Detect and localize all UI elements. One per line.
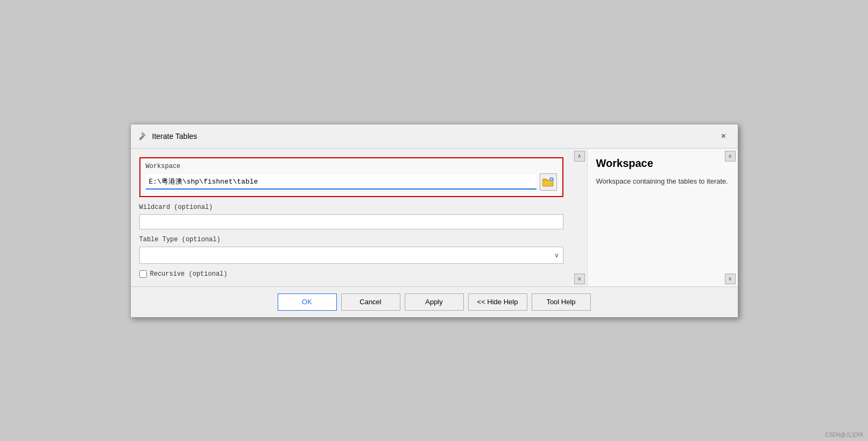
close-button[interactable]: × <box>716 129 731 144</box>
scroll-down-button[interactable]: ∨ <box>574 274 585 284</box>
help-panel: ∧ Workspace Workspace containing the tab… <box>587 149 738 286</box>
recursive-checkbox[interactable] <box>139 270 147 278</box>
tool-icon <box>137 131 148 142</box>
dialog-title: Iterate Tables <box>152 132 197 141</box>
cancel-button[interactable]: Cancel <box>341 293 400 311</box>
wildcard-section: Wildcard (optional) <box>139 204 563 229</box>
scroll-up-button[interactable]: ∧ <box>574 151 585 162</box>
tool-help-button[interactable]: Tool Help <box>532 293 591 311</box>
svg-rect-1 <box>140 132 145 137</box>
help-scroll-up-button[interactable]: ∧ <box>725 151 736 162</box>
iterate-tables-dialog: Iterate Tables × ∧ Workspace <box>130 124 738 318</box>
workspace-input-row <box>146 173 557 191</box>
help-text: Workspace containing the tables to itera… <box>596 176 729 187</box>
table-type-section: Table Type (optional) dBASE INFO ALL ∨ <box>139 236 563 264</box>
workspace-label: Workspace <box>146 163 557 170</box>
recursive-section: Recursive (optional) <box>139 270 563 278</box>
wildcard-label: Wildcard (optional) <box>139 204 563 211</box>
table-type-select[interactable]: dBASE INFO ALL <box>139 247 563 264</box>
workspace-section: Workspace <box>139 157 563 197</box>
main-panel: ∧ Workspace <box>131 149 587 286</box>
table-type-label: Table Type (optional) <box>139 236 563 243</box>
recursive-label: Recursive (optional) <box>150 270 228 278</box>
ok-button[interactable]: OK <box>278 293 337 311</box>
browse-button[interactable] <box>540 173 557 191</box>
dialog-footer: OK Cancel Apply << Hide Help Tool Help <box>131 286 738 317</box>
apply-button[interactable]: Apply <box>405 293 464 311</box>
title-bar: Iterate Tables × <box>131 124 738 149</box>
help-title: Workspace <box>596 157 729 170</box>
folder-icon <box>542 177 554 187</box>
table-type-select-wrapper: dBASE INFO ALL ∨ <box>139 247 563 264</box>
wildcard-input[interactable] <box>139 214 563 229</box>
dialog-body: ∧ Workspace <box>131 149 738 286</box>
help-scroll-down-button[interactable]: ∨ <box>725 274 736 284</box>
hide-help-button[interactable]: << Hide Help <box>468 293 527 311</box>
title-bar-left: Iterate Tables <box>137 131 197 142</box>
workspace-input[interactable] <box>146 174 537 190</box>
watermark: CSDN@元宝KK <box>825 431 864 439</box>
